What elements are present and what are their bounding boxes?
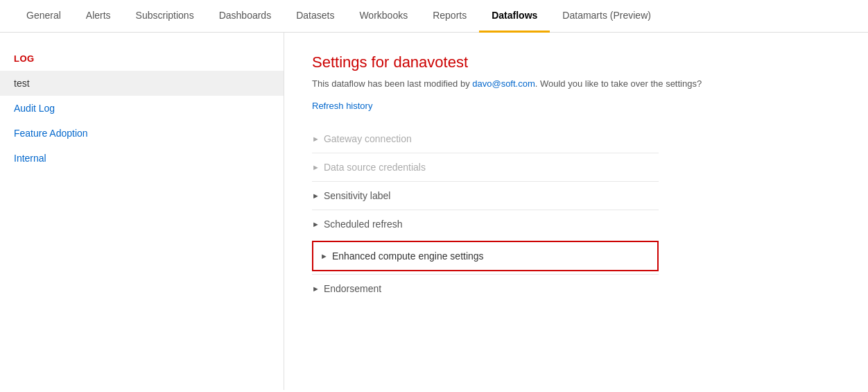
accordion-sensitivity-label[interactable]: ► Sensitivity label [312, 181, 659, 210]
tab-datamarts[interactable]: Datamarts (Preview) [550, 0, 663, 33]
subtitle-after: . Would you like to take over the settin… [535, 78, 702, 89]
sidebar: LOG test Audit Log Feature Adoption Inte… [0, 33, 284, 390]
subtitle: This dataflow has been last modified by … [312, 78, 840, 89]
sidebar-item-test[interactable]: test [0, 71, 284, 96]
refresh-history-link[interactable]: Refresh history [312, 101, 372, 111]
accordion-endorsement[interactable]: ► Endorsement [312, 274, 659, 302]
sidebar-item-feature-adoption[interactable]: Feature Adoption [0, 121, 284, 146]
tab-subscriptions[interactable]: Subscriptions [123, 0, 207, 33]
tab-workbooks[interactable]: Workbooks [347, 0, 420, 33]
chevron-icon: ► [312, 135, 320, 143]
accordion-label: Scheduled refresh [324, 219, 403, 230]
main-layout: LOG test Audit Log Feature Adoption Inte… [0, 33, 868, 390]
chevron-icon: ► [320, 252, 328, 260]
sidebar-item-internal[interactable]: Internal [0, 146, 284, 171]
tab-dataflows[interactable]: Dataflows [479, 0, 550, 33]
accordion-label: Data source credentials [324, 162, 426, 173]
chevron-icon: ► [312, 220, 320, 228]
accordion-scheduled-refresh[interactable]: ► Scheduled refresh [312, 210, 659, 238]
accordion-label: Sensitivity label [324, 190, 391, 201]
tab-alerts[interactable]: Alerts [73, 0, 123, 33]
chevron-icon: ► [312, 191, 320, 200]
main-content: Settings for danavotest This dataflow ha… [284, 33, 868, 390]
accordion-label: Enhanced compute engine settings [332, 250, 484, 262]
chevron-icon: ► [312, 284, 320, 293]
tab-general[interactable]: General [14, 0, 73, 33]
subtitle-before: This dataflow has been last modified by [312, 78, 472, 89]
tab-reports[interactable]: Reports [420, 0, 479, 33]
sidebar-item-audit-log[interactable]: Audit Log [0, 96, 284, 121]
page-title: Settings for danavotest [312, 53, 840, 71]
accordion-enhanced-compute[interactable]: ► Enhanced compute engine settings [312, 241, 659, 271]
subtitle-email-link[interactable]: davo@soft.com [472, 78, 535, 89]
accordion: ► Gateway connection ► Data source crede… [312, 125, 659, 302]
sidebar-item-log[interactable]: LOG [0, 46, 284, 71]
accordion-data-source-credentials: ► Data source credentials [312, 153, 659, 181]
tab-datasets[interactable]: Datasets [284, 0, 347, 33]
page-title-name: danavotest [393, 53, 468, 71]
accordion-gateway-connection: ► Gateway connection [312, 125, 659, 153]
chevron-icon: ► [312, 163, 320, 171]
accordion-label: Endorsement [324, 283, 381, 294]
top-nav: General Alerts Subscriptions Dashboards … [0, 0, 868, 33]
page-title-prefix: Settings for [312, 53, 393, 71]
accordion-label: Gateway connection [324, 133, 412, 144]
tab-dashboards[interactable]: Dashboards [207, 0, 284, 33]
